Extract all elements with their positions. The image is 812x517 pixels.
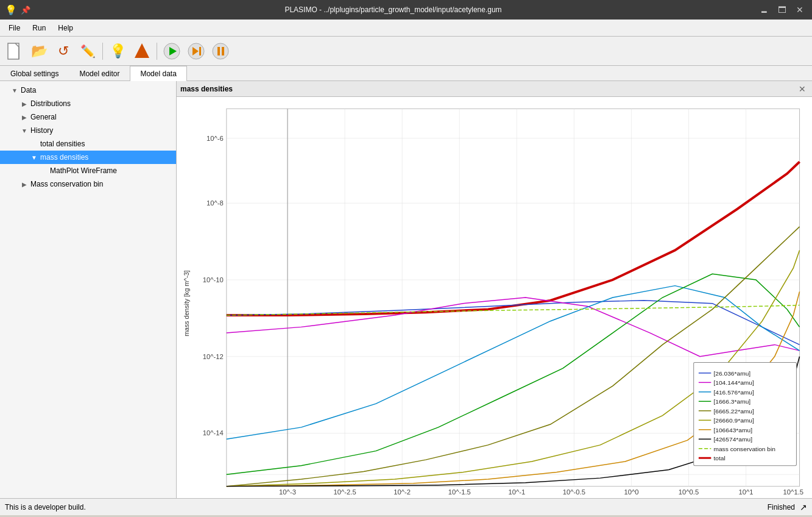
- svg-rect-6: [199, 47, 201, 55]
- refresh-button[interactable]: ↺: [52, 40, 74, 62]
- svg-text:mass conservation bin: mass conservation bin: [713, 446, 775, 452]
- sidebar: ▼ Data ▶ Distributions ▶ General ▼ Histo…: [0, 81, 177, 498]
- tab-global-settings[interactable]: Global settings: [0, 66, 69, 81]
- svg-text:[1666.3*amu]: [1666.3*amu]: [713, 398, 750, 405]
- svg-text:[104.144*amu]: [104.144*amu]: [713, 379, 754, 386]
- svg-text:10^-2.5: 10^-2.5: [334, 488, 356, 496]
- edit-icon: ✏️: [80, 44, 96, 59]
- titlebar: 💡 📌 PLASIMO - ../plplugins/particle_grow…: [0, 0, 812, 20]
- status-left: This is a developer build.: [5, 503, 86, 512]
- menu-file[interactable]: File: [2, 21, 26, 35]
- step-button[interactable]: [185, 40, 207, 62]
- sidebar-label-data: Data: [21, 86, 36, 94]
- tab-model-data[interactable]: Model data: [130, 66, 186, 81]
- minimize-button[interactable]: 🗕: [756, 4, 772, 16]
- titlebar-controls: 🗕 🗖 ✕: [756, 4, 807, 16]
- app-icon: 💡: [5, 4, 17, 16]
- tab-model-editor[interactable]: Model editor: [69, 66, 130, 81]
- svg-marker-1: [135, 43, 149, 58]
- svg-text:[426574*amu]: [426574*amu]: [713, 436, 752, 443]
- sidebar-item-history[interactable]: ▼ History: [0, 124, 176, 137]
- svg-text:10^-1.5: 10^-1.5: [448, 488, 471, 496]
- save-icon: [133, 42, 150, 60]
- bulb-icon: 💡: [110, 43, 126, 59]
- sidebar-item-total-densities[interactable]: total densities: [0, 137, 176, 151]
- svg-text:[106643*amu]: [106643*amu]: [713, 427, 752, 433]
- svg-text:10^-3: 10^-3: [279, 488, 296, 496]
- svg-text:10^1.5: 10^1.5: [783, 488, 803, 496]
- svg-text:mass density [kg m^-3]: mass density [kg m^-3]: [183, 270, 190, 336]
- sidebar-label-mathplot: MathPlot WireFrame: [50, 166, 117, 175]
- svg-text:10^-14: 10^-14: [203, 430, 224, 437]
- edit-button[interactable]: ✏️: [77, 40, 99, 62]
- chart-title: mass densities: [180, 85, 796, 93]
- main-content: ▼ Data ▶ Distributions ▶ General ▼ Histo…: [0, 81, 812, 498]
- arrow-mathplot: [39, 166, 49, 176]
- refresh-icon: ↺: [58, 43, 69, 59]
- sidebar-item-distributions[interactable]: ▶ Distributions: [0, 97, 176, 110]
- titlebar-title: PLASIMO - ../plplugins/particle_growth_m…: [30, 5, 756, 14]
- chart-header: mass densities ✕: [177, 81, 812, 97]
- sidebar-item-data[interactable]: ▼ Data: [0, 84, 176, 97]
- svg-text:10^0: 10^0: [624, 488, 638, 496]
- svg-point-7: [213, 43, 228, 59]
- run-icon: [163, 43, 180, 60]
- arrow-total-densities: [29, 139, 39, 149]
- sidebar-label-history: History: [30, 126, 53, 135]
- maximize-button[interactable]: 🗖: [774, 4, 790, 16]
- svg-text:[26.036*amu]: [26.036*amu]: [713, 370, 750, 377]
- toolbar-separator: [102, 43, 103, 60]
- svg-text:[416.576*amu]: [416.576*amu]: [713, 389, 754, 396]
- arrow-general: ▶: [19, 112, 29, 122]
- svg-text:[6665.22*amu]: [6665.22*amu]: [713, 408, 754, 415]
- status-corner-icon: ↗: [800, 502, 807, 512]
- svg-text:[26660.9*amu]: [26660.9*amu]: [713, 417, 754, 424]
- sidebar-label-mass-densities: mass densities: [40, 153, 88, 162]
- arrow-mass-conservation: ▶: [19, 179, 29, 189]
- sidebar-label-distributions: Distributions: [30, 99, 71, 108]
- svg-text:total: total: [713, 455, 725, 462]
- new-button[interactable]: [4, 40, 26, 62]
- arrow-history: ▼: [19, 126, 29, 135]
- chart-close-button[interactable]: ✕: [796, 84, 808, 94]
- save-button[interactable]: [131, 40, 153, 62]
- arrow-mass-densities: ▼: [29, 152, 39, 162]
- svg-rect-9: [222, 47, 224, 55]
- pause-icon: [212, 43, 229, 60]
- menu-help[interactable]: Help: [52, 21, 79, 35]
- statusbar: This is a developer build. Finished ↗: [0, 498, 812, 515]
- close-button[interactable]: ✕: [793, 4, 807, 16]
- svg-text:10^0.5: 10^0.5: [679, 488, 699, 496]
- svg-rect-8: [217, 47, 220, 55]
- sidebar-item-mass-densities[interactable]: ▼ mass densities: [0, 151, 176, 164]
- sidebar-label-total-densities: total densities: [40, 140, 85, 148]
- svg-text:10^-2: 10^-2: [394, 488, 411, 496]
- sidebar-item-mass-conservation[interactable]: ▶ Mass conservation bin: [0, 177, 176, 191]
- bulb-button[interactable]: 💡: [107, 40, 129, 62]
- step-icon: [188, 43, 205, 60]
- toolbar: 📂 ↺ ✏️ 💡: [0, 37, 812, 66]
- sidebar-item-general[interactable]: ▶ General: [0, 110, 176, 124]
- open-icon: 📂: [31, 43, 48, 59]
- pause-button[interactable]: [210, 40, 231, 62]
- svg-text:10^-10: 10^-10: [203, 276, 224, 283]
- svg-text:10^1: 10^1: [739, 488, 754, 496]
- sidebar-item-mathplot[interactable]: MathPlot WireFrame: [0, 164, 176, 177]
- arrow-data: ▼: [10, 85, 19, 95]
- run-button[interactable]: [161, 40, 183, 62]
- chart-area: mass densities ✕: [177, 81, 812, 498]
- sidebar-label-general: General: [30, 113, 57, 121]
- svg-text:10^-6: 10^-6: [207, 135, 224, 142]
- toolbar-separator2: [157, 43, 157, 60]
- pin-icon: 📌: [21, 5, 30, 15]
- menu-run[interactable]: Run: [26, 21, 52, 35]
- svg-text:10^-8: 10^-8: [207, 199, 224, 207]
- new-icon: [7, 42, 23, 60]
- arrow-distributions: ▶: [19, 99, 29, 109]
- svg-text:10^-12: 10^-12: [203, 353, 224, 360]
- tabs: Global settings Model editor Model data: [0, 66, 812, 81]
- svg-text:10^-1: 10^-1: [508, 488, 525, 496]
- menubar: File Run Help: [0, 20, 812, 37]
- open-button[interactable]: 📂: [28, 40, 50, 62]
- chart-canvas: 10^-6 10^-8 10^-10 10^-12 10^-14 mass de…: [177, 97, 812, 498]
